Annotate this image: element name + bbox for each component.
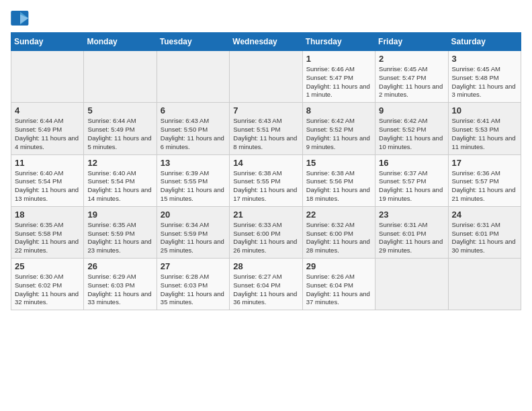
day-number: 23 xyxy=(379,210,444,220)
calendar-cell: 13Sunrise: 6:39 AMSunset: 5:55 PMDayligh… xyxy=(157,154,229,206)
day-number: 27 xyxy=(161,261,226,271)
calendar-cell: 5Sunrise: 6:44 AMSunset: 5:49 PMDaylight… xyxy=(84,103,157,154)
day-info: Sunrise: 6:45 AMSunset: 5:48 PMDaylight:… xyxy=(452,65,517,99)
calendar-cell: 22Sunrise: 6:32 AMSunset: 6:00 PMDayligh… xyxy=(302,206,375,258)
day-number: 4 xyxy=(15,105,80,116)
day-number: 7 xyxy=(233,105,298,116)
calendar-cell: 12Sunrise: 6:40 AMSunset: 5:54 PMDayligh… xyxy=(84,154,157,206)
calendar-cell: 3Sunrise: 6:45 AMSunset: 5:48 PMDaylight… xyxy=(448,51,521,103)
calendar-week-1: 1Sunrise: 6:46 AMSunset: 5:47 PMDaylight… xyxy=(11,51,521,103)
day-number: 14 xyxy=(233,158,298,168)
day-number: 25 xyxy=(15,261,80,271)
calendar-cell xyxy=(157,51,229,103)
day-number: 6 xyxy=(161,105,226,116)
day-number: 13 xyxy=(161,158,226,168)
day-number: 2 xyxy=(379,54,444,64)
calendar-header-thursday: Thursday xyxy=(302,33,375,51)
calendar-cell: 21Sunrise: 6:33 AMSunset: 6:00 PMDayligh… xyxy=(230,206,302,258)
day-info: Sunrise: 6:38 AMSunset: 5:55 PMDaylight:… xyxy=(233,169,298,203)
calendar-week-3: 11Sunrise: 6:40 AMSunset: 5:54 PMDayligh… xyxy=(11,154,521,206)
day-info: Sunrise: 6:45 AMSunset: 5:47 PMDaylight:… xyxy=(379,65,444,99)
calendar-table: SundayMondayTuesdayWednesdayThursdayFrid… xyxy=(11,32,521,310)
calendar-week-4: 18Sunrise: 6:35 AMSunset: 5:58 PMDayligh… xyxy=(11,206,521,258)
day-info: Sunrise: 6:39 AMSunset: 5:55 PMDaylight:… xyxy=(161,169,226,203)
calendar-header-saturday: Saturday xyxy=(448,33,521,51)
calendar-cell: 29Sunrise: 6:26 AMSunset: 6:04 PMDayligh… xyxy=(302,259,375,310)
day-number: 28 xyxy=(233,261,298,271)
day-info: Sunrise: 6:40 AMSunset: 5:54 PMDaylight:… xyxy=(87,169,152,203)
calendar-cell: 14Sunrise: 6:38 AMSunset: 5:55 PMDayligh… xyxy=(230,154,302,206)
day-number: 18 xyxy=(15,210,80,220)
day-number: 1 xyxy=(306,54,371,64)
header xyxy=(11,11,521,26)
day-info: Sunrise: 6:31 AMSunset: 6:01 PMDaylight:… xyxy=(379,221,444,255)
calendar-cell xyxy=(230,51,302,103)
day-number: 19 xyxy=(87,210,152,220)
calendar-cell: 7Sunrise: 6:43 AMSunset: 5:51 PMDaylight… xyxy=(230,103,302,154)
day-number: 3 xyxy=(452,54,517,64)
day-number: 24 xyxy=(452,210,517,220)
calendar-cell: 10Sunrise: 6:41 AMSunset: 5:53 PMDayligh… xyxy=(448,103,521,154)
calendar-header-tuesday: Tuesday xyxy=(157,33,229,51)
calendar-cell: 27Sunrise: 6:28 AMSunset: 6:03 PMDayligh… xyxy=(157,259,229,310)
calendar-cell: 20Sunrise: 6:34 AMSunset: 5:59 PMDayligh… xyxy=(157,206,229,258)
day-info: Sunrise: 6:35 AMSunset: 5:59 PMDaylight:… xyxy=(87,221,152,255)
day-info: Sunrise: 6:44 AMSunset: 5:49 PMDaylight:… xyxy=(15,117,80,151)
calendar-cell: 8Sunrise: 6:42 AMSunset: 5:52 PMDaylight… xyxy=(302,103,375,154)
calendar-cell: 24Sunrise: 6:31 AMSunset: 6:01 PMDayligh… xyxy=(448,206,521,258)
day-info: Sunrise: 6:38 AMSunset: 5:56 PMDaylight:… xyxy=(306,169,371,203)
day-info: Sunrise: 6:32 AMSunset: 6:00 PMDaylight:… xyxy=(306,221,371,255)
day-number: 10 xyxy=(452,105,517,116)
day-number: 9 xyxy=(379,105,444,116)
calendar-cell: 15Sunrise: 6:38 AMSunset: 5:56 PMDayligh… xyxy=(302,154,375,206)
calendar-cell: 2Sunrise: 6:45 AMSunset: 5:47 PMDaylight… xyxy=(375,51,448,103)
day-info: Sunrise: 6:33 AMSunset: 6:00 PMDaylight:… xyxy=(233,221,298,255)
calendar-cell: 11Sunrise: 6:40 AMSunset: 5:54 PMDayligh… xyxy=(11,154,84,206)
calendar-header-friday: Friday xyxy=(375,33,448,51)
day-info: Sunrise: 6:28 AMSunset: 6:03 PMDaylight:… xyxy=(161,273,226,307)
day-number: 17 xyxy=(452,158,517,168)
calendar-week-2: 4Sunrise: 6:44 AMSunset: 5:49 PMDaylight… xyxy=(11,103,521,154)
calendar-cell: 16Sunrise: 6:37 AMSunset: 5:57 PMDayligh… xyxy=(375,154,448,206)
day-number: 11 xyxy=(15,158,80,168)
calendar-cell: 9Sunrise: 6:42 AMSunset: 5:52 PMDaylight… xyxy=(375,103,448,154)
day-info: Sunrise: 6:31 AMSunset: 6:01 PMDaylight:… xyxy=(452,221,517,255)
calendar-header-row: SundayMondayTuesdayWednesdayThursdayFrid… xyxy=(11,33,521,51)
day-info: Sunrise: 6:26 AMSunset: 6:04 PMDaylight:… xyxy=(306,273,371,307)
calendar-week-5: 25Sunrise: 6:30 AMSunset: 6:02 PMDayligh… xyxy=(11,259,521,310)
day-info: Sunrise: 6:30 AMSunset: 6:02 PMDaylight:… xyxy=(15,273,80,307)
calendar-cell: 17Sunrise: 6:36 AMSunset: 5:57 PMDayligh… xyxy=(448,154,521,206)
day-info: Sunrise: 6:29 AMSunset: 6:03 PMDaylight:… xyxy=(87,273,152,307)
logo-icon xyxy=(11,11,30,26)
day-info: Sunrise: 6:40 AMSunset: 5:54 PMDaylight:… xyxy=(15,169,80,203)
day-info: Sunrise: 6:37 AMSunset: 5:57 PMDaylight:… xyxy=(379,169,444,203)
calendar-cell: 1Sunrise: 6:46 AMSunset: 5:47 PMDaylight… xyxy=(302,51,375,103)
day-info: Sunrise: 6:41 AMSunset: 5:53 PMDaylight:… xyxy=(452,117,517,151)
day-number: 8 xyxy=(306,105,371,116)
calendar-cell: 25Sunrise: 6:30 AMSunset: 6:02 PMDayligh… xyxy=(11,259,84,310)
day-number: 22 xyxy=(306,210,371,220)
calendar-cell: 19Sunrise: 6:35 AMSunset: 5:59 PMDayligh… xyxy=(84,206,157,258)
calendar-cell: 26Sunrise: 6:29 AMSunset: 6:03 PMDayligh… xyxy=(84,259,157,310)
day-info: Sunrise: 6:44 AMSunset: 5:49 PMDaylight:… xyxy=(87,117,152,151)
calendar-cell: 18Sunrise: 6:35 AMSunset: 5:58 PMDayligh… xyxy=(11,206,84,258)
calendar-header-sunday: Sunday xyxy=(11,33,84,51)
calendar-header-wednesday: Wednesday xyxy=(230,33,302,51)
day-number: 12 xyxy=(87,158,152,168)
day-info: Sunrise: 6:35 AMSunset: 5:58 PMDaylight:… xyxy=(15,221,80,255)
calendar-cell xyxy=(11,51,84,103)
calendar-cell: 28Sunrise: 6:27 AMSunset: 6:04 PMDayligh… xyxy=(230,259,302,310)
calendar-header-monday: Monday xyxy=(84,33,157,51)
day-info: Sunrise: 6:43 AMSunset: 5:51 PMDaylight:… xyxy=(233,117,298,151)
day-info: Sunrise: 6:34 AMSunset: 5:59 PMDaylight:… xyxy=(161,221,226,255)
calendar-cell xyxy=(448,259,521,310)
day-number: 16 xyxy=(379,158,444,168)
day-number: 26 xyxy=(87,261,152,271)
day-info: Sunrise: 6:43 AMSunset: 5:50 PMDaylight:… xyxy=(161,117,226,151)
day-info: Sunrise: 6:27 AMSunset: 6:04 PMDaylight:… xyxy=(233,273,298,307)
day-number: 5 xyxy=(87,105,152,116)
calendar-cell: 4Sunrise: 6:44 AMSunset: 5:49 PMDaylight… xyxy=(11,103,84,154)
day-info: Sunrise: 6:46 AMSunset: 5:47 PMDaylight:… xyxy=(306,65,371,99)
day-number: 21 xyxy=(233,210,298,220)
day-info: Sunrise: 6:42 AMSunset: 5:52 PMDaylight:… xyxy=(379,117,444,151)
